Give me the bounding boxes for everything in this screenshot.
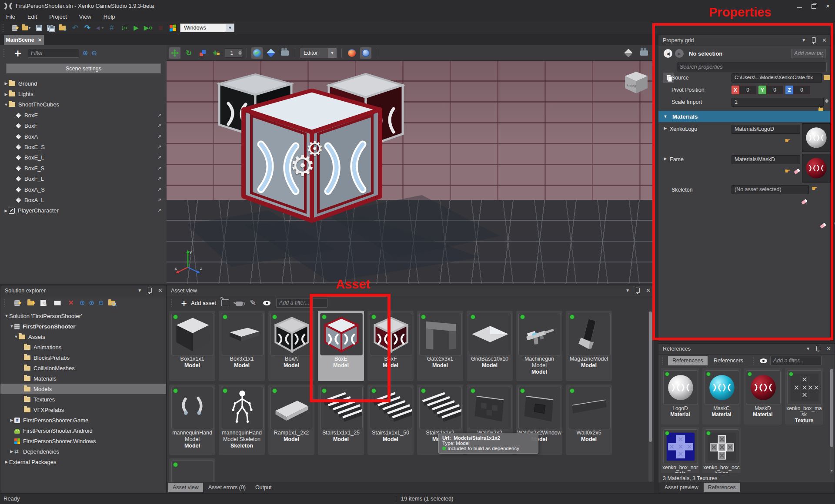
expand-tree-icon[interactable]: ⊕: [80, 299, 85, 307]
reference-tile-maskc[interactable]: MaskCMaterial: [702, 368, 741, 424]
solution-item-textures[interactable]: Textures: [0, 394, 166, 405]
axis-value[interactable]: 0: [793, 86, 810, 94]
camera-settings-icon[interactable]: [638, 47, 650, 59]
save-all-icon[interactable]: [46, 23, 56, 32]
goto-asset-icon[interactable]: ↗: [157, 208, 161, 213]
pivot-x-field[interactable]: X0: [731, 86, 756, 94]
properties-icon[interactable]: [53, 298, 62, 307]
view-cube-gizmo[interactable]: FRONT: [623, 71, 649, 95]
expander-icon[interactable]: ▶: [3, 209, 9, 213]
reference-tile-maskd[interactable]: MaskDMaterial: [744, 368, 782, 424]
panel-menu-icon[interactable]: ▼: [137, 285, 142, 296]
reference-tile-logod[interactable]: LogoDMaterial: [661, 368, 699, 424]
paste-icon[interactable]: ↻: [58, 23, 68, 32]
solution-item-firstpersonshooter[interactable]: ▼FirstPersonShooter: [0, 321, 166, 332]
import-assets-icon[interactable]: ↓01: [119, 23, 129, 32]
tab-referencees[interactable]: Referencees: [668, 356, 708, 365]
close-button[interactable]: ×: [826, 3, 832, 9]
panel-close-icon[interactable]: ✕: [822, 35, 827, 46]
rename-icon[interactable]: ✎: [39, 298, 49, 307]
world-space-icon[interactable]: [251, 47, 263, 59]
teapot-icon[interactable]: [234, 298, 244, 307]
collapse-all-icon[interactable]: ⊖: [92, 49, 97, 57]
panel-close-icon[interactable]: ✕: [826, 344, 831, 354]
save-icon[interactable]: [34, 23, 43, 32]
solution-item-assets[interactable]: ▼Assets: [0, 332, 166, 342]
gizmo-settings-icon[interactable]: [623, 47, 634, 59]
references-scrollbar[interactable]: ▼: [830, 368, 834, 473]
new-folder-icon[interactable]: [26, 298, 35, 307]
solution-item-vfxprefabs[interactable]: VFXPrefabs: [0, 405, 166, 415]
gear-gizmo-icon[interactable]: ⚙: [306, 137, 324, 160]
menu-edit[interactable]: Edit: [21, 12, 43, 22]
eraser-icon[interactable]: [794, 169, 800, 174]
goto-asset-icon[interactable]: ↗: [157, 144, 161, 150]
asset-filter-input[interactable]: [276, 298, 327, 308]
vs-icon[interactable]: ◄▼: [95, 23, 104, 32]
undo-icon[interactable]: ↶: [70, 23, 80, 32]
add-tag-input[interactable]: [791, 49, 826, 58]
skeleton-value[interactable]: (No asset selected): [731, 185, 809, 194]
tab-asset-preview[interactable]: Asset preview: [660, 483, 703, 492]
nav-back-button[interactable]: ◀: [664, 49, 672, 58]
asset-tile-boxf[interactable]: BoxFModel: [367, 311, 414, 381]
scale-import-value[interactable]: 1: [731, 98, 824, 107]
tab-references[interactable]: References: [704, 483, 740, 492]
materials-section-header[interactable]: ▼ Materials: [658, 111, 830, 122]
scene-filter-input[interactable]: [28, 49, 79, 58]
scene-tree-item-ground[interactable]: ▶Ground: [0, 78, 167, 89]
solution-item-external-packages[interactable]: ▶External Packages: [0, 457, 166, 467]
asset-scrollbar[interactable]: [648, 311, 652, 482]
asset-tile-ramp1x1-2x2[interactable]: Ramp1x1_2x2Model: [268, 385, 314, 455]
snap-move-icon[interactable]: ✛: [211, 47, 222, 59]
pin-icon[interactable]: [812, 37, 816, 43]
tab-asset-errors-0-[interactable]: Asset errors (0): [204, 483, 250, 492]
axis-value[interactable]: 0: [739, 86, 756, 94]
scene-tree-item-boxf[interactable]: BoxF↗: [0, 121, 167, 131]
scene-tree-item-playercharacter[interactable]: ▶PlayerCharacter↗: [0, 206, 167, 216]
expander-icon[interactable]: ▶: [3, 81, 9, 86]
local-space-icon[interactable]: [265, 47, 277, 59]
asset-tile-gate2x3x1[interactable]: Gate2x3x1Model: [417, 311, 463, 381]
expander-icon[interactable]: ▶: [9, 418, 14, 422]
scene-tree-item-boxa[interactable]: BoxA↗: [0, 131, 167, 142]
solution-item-firstpersonshooter-game[interactable]: ▶#FirstPersonShooter.Game: [0, 415, 166, 425]
source-value[interactable]: C:\Users\...\Models\XenkoCrate.fbx: [731, 73, 822, 83]
expander-icon[interactable]: ▶: [9, 449, 14, 454]
platform-combobox[interactable]: Windows ▼: [180, 23, 234, 32]
reference-tile-xenko-box-normals[interactable]: xenko_box_normalsTexture: [661, 427, 699, 473]
expander-icon[interactable]: ▶: [3, 92, 9, 96]
open-icon[interactable]: ▼: [22, 23, 31, 32]
translate-tool-icon[interactable]: [169, 47, 180, 59]
menu-view[interactable]: View: [73, 12, 97, 22]
references-filter-input[interactable]: [770, 356, 822, 365]
asset-tile-box1x1x1[interactable]: Box1x1x1Model: [169, 311, 215, 381]
material-thumbnail[interactable]: [802, 123, 831, 152]
scene-tree-item-boxa_s[interactable]: BoxA_S↗: [0, 184, 167, 195]
tab-referencers[interactable]: Referencers: [709, 356, 748, 365]
expander-icon[interactable]: ▼: [9, 324, 14, 328]
add-asset-button[interactable]: ＋ Add asset: [180, 297, 216, 309]
asset-tile-magazinemodel[interactable]: MagazineModelModel: [566, 311, 612, 381]
asset-tile-stairs1x1x1-25[interactable]: Stairs1x1x1_25Model: [318, 385, 364, 455]
tab-close-icon[interactable]: ✕: [38, 37, 42, 43]
expander-icon[interactable]: ▶: [4, 460, 9, 464]
pivot-z-field[interactable]: Z0: [785, 86, 810, 94]
expand-all-icon[interactable]: ⊕: [83, 49, 88, 57]
scene-tree-item-boxe_l[interactable]: BoxE_L↗: [0, 153, 167, 163]
tab-mainscene[interactable]: MainScene ✕: [4, 35, 44, 45]
panel-menu-icon[interactable]: ▼: [806, 344, 810, 354]
hand-pick-icon[interactable]: ☛: [785, 167, 790, 175]
asset-tile-boxe[interactable]: BoxEModel: [318, 311, 364, 381]
goto-asset-icon[interactable]: ↗: [157, 134, 161, 139]
solution-item-models[interactable]: Models: [0, 384, 166, 394]
expand-all-icon[interactable]: ⊕: [89, 299, 95, 307]
goto-asset-icon[interactable]: ↗: [157, 187, 161, 192]
source-browse-icon[interactable]: [824, 75, 830, 80]
scene-tree-item-boxe_s[interactable]: BoxE_S↗: [0, 142, 167, 152]
menu-file[interactable]: File: [0, 12, 21, 22]
search-properties-input[interactable]: [677, 62, 827, 72]
stop-icon[interactable]: [156, 23, 165, 32]
hash-icon[interactable]: #: [107, 23, 117, 32]
pin-icon[interactable]: [636, 288, 640, 293]
